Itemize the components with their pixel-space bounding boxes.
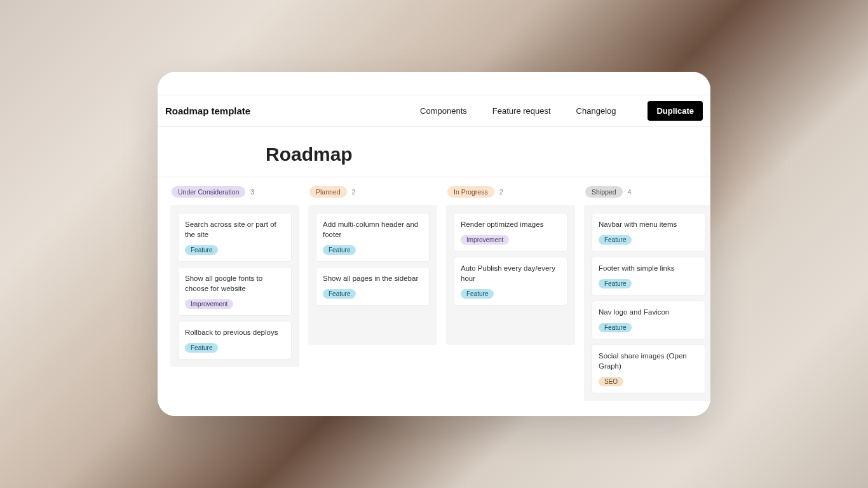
card[interactable]: Rollback to previous deploys Feature [178, 321, 292, 360]
card-tag-improvement: Improvement [461, 235, 509, 245]
nav-components[interactable]: Components [420, 106, 467, 116]
page-title-section: Roadmap [158, 127, 710, 177]
browser-topbar [158, 72, 710, 95]
column-header: Under Consideration 3 [170, 186, 299, 198]
column-header: In Progress 2 [446, 186, 575, 198]
column-header: Shipped 4 [584, 186, 710, 198]
page-title: Roadmap [266, 144, 710, 165]
column-body: Navbar with menu items Feature Footer wi… [584, 205, 710, 401]
card-tag-seo: SEO [599, 377, 623, 386]
card-tag-feature: Feature [599, 279, 632, 288]
duplicate-button[interactable]: Duplicate [648, 101, 703, 121]
column-body: Search across site or part of the site F… [170, 205, 299, 367]
card[interactable]: Nav logo and Favicon Feature [592, 301, 705, 339]
kanban-board: Under Consideration 3 Search across site… [158, 177, 710, 416]
card-title: Rollback to previous deploys [185, 327, 285, 337]
status-pill-in-progress[interactable]: In Progress [447, 186, 494, 198]
nav-feature-request[interactable]: Feature request [492, 106, 551, 116]
card-title: Show all pages in the sidebar [323, 273, 423, 283]
card-title: Show all google fonts to choose for webs… [185, 273, 285, 294]
site-header: Roadmap template Components Feature requ… [158, 95, 710, 127]
card[interactable]: Show all pages in the sidebar Feature [316, 267, 430, 306]
card-title: Footer with simple links [599, 263, 698, 273]
card[interactable]: Auto Publish every day/every hour Featur… [454, 257, 567, 306]
column-count: 2 [352, 188, 356, 196]
card[interactable]: Search across site or part of the site F… [178, 213, 292, 262]
card-tag-feature: Feature [185, 245, 218, 255]
card-tag-feature: Feature [461, 289, 494, 299]
column-body: Add multi-column header and footer Featu… [308, 205, 437, 345]
card[interactable]: Render optimized images Improvement [454, 213, 567, 252]
main-nav: Components Feature request Changelog Dup… [420, 101, 703, 121]
card[interactable]: Navbar with menu items Feature [592, 213, 705, 252]
column-header: Planned 2 [308, 186, 437, 198]
column-count: 3 [250, 188, 254, 196]
card-title: Social share images (Open Graph) [599, 351, 698, 371]
status-pill-planned[interactable]: Planned [309, 186, 347, 198]
column-count: 2 [499, 188, 503, 196]
status-pill-shipped[interactable]: Shipped [585, 186, 623, 198]
card-tag-feature: Feature [323, 289, 356, 299]
column-shipped: Shipped 4 Navbar with menu items Feature… [584, 186, 710, 401]
card[interactable]: Footer with simple links Feature [592, 257, 705, 295]
card-title: Navbar with menu items [599, 219, 698, 229]
card-tag-feature: Feature [185, 343, 218, 353]
card-tag-feature: Feature [599, 235, 632, 245]
card-title: Nav logo and Favicon [599, 307, 698, 317]
status-pill-under-consideration[interactable]: Under Consideration [172, 186, 245, 198]
card-title: Render optimized images [461, 219, 560, 229]
card-tag-improvement: Improvement [185, 299, 233, 309]
column-body: Render optimized images Improvement Auto… [446, 205, 575, 345]
card-title: Search across site or part of the site [185, 219, 285, 240]
card[interactable]: Show all google fonts to choose for webs… [178, 267, 292, 316]
card-title: Add multi-column header and footer [323, 219, 423, 240]
card-title: Auto Publish every day/every hour [461, 263, 560, 283]
card[interactable]: Add multi-column header and footer Featu… [316, 213, 430, 262]
nav-changelog[interactable]: Changelog [576, 106, 616, 116]
card-tag-feature: Feature [323, 245, 356, 255]
column-in-progress: In Progress 2 Render optimized images Im… [446, 186, 575, 401]
column-under-consideration: Under Consideration 3 Search across site… [170, 186, 299, 401]
column-planned: Planned 2 Add multi-column header and fo… [308, 186, 437, 401]
site-title: Roadmap template [165, 105, 250, 116]
app-window: Roadmap template Components Feature requ… [158, 72, 710, 416]
card[interactable]: Social share images (Open Graph) SEO [592, 344, 705, 393]
column-count: 4 [628, 188, 632, 196]
card-tag-feature: Feature [599, 323, 632, 332]
